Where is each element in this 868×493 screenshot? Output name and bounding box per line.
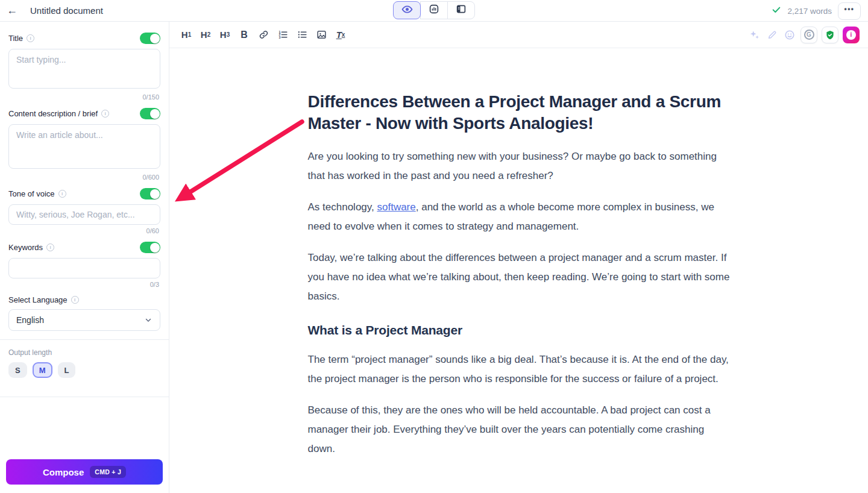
toolbar-right-group: G i — [748, 27, 860, 43]
topbar: ← Untitled document — [0, 0, 868, 22]
language-value: English — [16, 315, 44, 325]
smiley-icon[interactable] — [783, 28, 796, 42]
bullet-list-icon — [297, 30, 307, 40]
eye-icon — [401, 4, 413, 17]
output-length-m[interactable]: M — [33, 362, 52, 378]
paragraph[interactable]: Are you looking to try something new wit… — [308, 147, 730, 185]
heading2-button[interactable]: H2 — [198, 27, 213, 43]
editor-toolbar: H1 H2 H3 B 1 2 3 — [169, 22, 868, 48]
compose-shortcut-badge: CMD + J — [90, 466, 126, 478]
app-window: ← Untitled document — [0, 0, 868, 493]
plagiarism-check-button[interactable] — [822, 27, 838, 43]
paragraph[interactable]: Today, we’re talking about the differenc… — [308, 248, 730, 306]
info-icon[interactable]: i — [101, 110, 109, 118]
view-mode-preview[interactable] — [393, 1, 421, 19]
section-heading[interactable]: What is a Project Manager — [308, 323, 730, 338]
paragraph[interactable]: As technology, software, and the world a… — [308, 198, 730, 236]
view-mode-stats[interactable] — [420, 1, 448, 19]
pencil-icon[interactable] — [766, 28, 779, 42]
saved-check-icon — [772, 5, 781, 17]
grammarly-icon: G — [804, 30, 814, 40]
compose-sidebar: Title i 0/150 Content description / brie… — [0, 22, 169, 493]
info-icon[interactable]: i — [27, 34, 34, 42]
language-select[interactable]: English — [8, 309, 160, 331]
document-content: Differences Between a Project Manager an… — [308, 48, 730, 458]
insert-image-button[interactable] — [313, 27, 329, 43]
software-link[interactable]: software — [377, 201, 415, 213]
keywords-input[interactable] — [8, 258, 160, 278]
brief-label: Content description / brief — [8, 109, 98, 118]
brief-toggle[interactable] — [140, 108, 160, 119]
link-button[interactable] — [256, 27, 271, 43]
ellipsis-icon: ••• — [844, 5, 854, 13]
info-icon[interactable]: i — [58, 190, 66, 198]
info-icon: i — [846, 30, 856, 40]
keywords-label: Keywords — [8, 243, 43, 252]
image-icon — [316, 30, 327, 40]
divider — [0, 397, 169, 397]
info-button[interactable]: i — [843, 27, 860, 43]
tone-field-header: Tone of voice i — [8, 188, 160, 199]
bold-button[interactable]: B — [236, 27, 252, 43]
heading1-button[interactable]: H1 — [178, 27, 194, 43]
clear-formatting-button[interactable]: Tx — [333, 27, 348, 43]
stats-view-icon — [429, 4, 439, 17]
ordered-list-icon: 1 2 3 — [278, 30, 288, 40]
title-input[interactable] — [8, 49, 160, 89]
tone-input[interactable] — [8, 204, 160, 225]
chevron-down-icon — [144, 316, 153, 324]
brief-counter: 0/600 — [8, 174, 159, 181]
keywords-counter: 0/3 — [8, 281, 159, 288]
compose-button[interactable]: Compose CMD + J — [6, 459, 163, 485]
keywords-field-header: Keywords i — [8, 242, 160, 253]
word-count: 2,217 words — [787, 7, 832, 16]
title-label: Title — [8, 34, 23, 43]
heading3-button[interactable]: H3 — [217, 27, 233, 43]
sparkles-icon[interactable] — [748, 28, 761, 42]
document-title[interactable]: Untitled document — [30, 5, 103, 16]
compose-label: Compose — [43, 467, 84, 477]
back-button[interactable]: ← — [0, 4, 24, 17]
output-length-s[interactable]: S — [8, 362, 27, 378]
sidebar-view-icon — [456, 4, 467, 17]
topbar-right: 2,217 words ••• — [772, 0, 861, 22]
link-icon — [259, 30, 269, 40]
paragraph[interactable]: Because of this, they are the ones who w… — [308, 401, 730, 458]
document-heading[interactable]: Differences Between a Project Manager an… — [308, 91, 730, 134]
back-arrow-icon: ← — [7, 4, 17, 16]
output-length-label: Output length — [8, 348, 160, 357]
svg-text:3: 3 — [278, 36, 280, 39]
view-switcher — [393, 1, 475, 19]
title-field-header: Title i — [8, 33, 160, 44]
output-length-l[interactable]: L — [58, 362, 76, 378]
info-icon[interactable]: i — [46, 243, 54, 251]
view-mode-layout[interactable] — [447, 1, 475, 19]
tone-label: Tone of voice — [8, 189, 55, 198]
document-canvas[interactable]: Differences Between a Project Manager an… — [169, 48, 868, 493]
tone-counter: 0/60 — [8, 227, 159, 234]
title-counter: 0/150 — [8, 93, 159, 101]
tone-toggle[interactable] — [140, 188, 160, 199]
divider — [0, 339, 169, 340]
title-toggle[interactable] — [140, 33, 160, 44]
grammarly-button[interactable]: G — [800, 27, 817, 43]
keywords-toggle[interactable] — [140, 242, 160, 253]
shield-check-icon — [825, 30, 835, 40]
paragraph[interactable]: The term “project manager” sounds like a… — [308, 350, 730, 388]
more-menu-button[interactable]: ••• — [838, 2, 861, 20]
brief-input[interactable] — [8, 124, 160, 169]
editor-pane: H1 H2 H3 B 1 2 3 — [169, 22, 868, 493]
bullet-list-button[interactable] — [294, 27, 310, 43]
info-icon[interactable]: i — [71, 296, 79, 304]
brief-field-header: Content description / brief i — [8, 108, 160, 119]
output-length-options: S M L — [8, 362, 160, 388]
ordered-list-button[interactable]: 1 2 3 — [275, 27, 291, 43]
language-field-header: Select Language i — [8, 295, 160, 304]
language-label: Select Language — [8, 295, 68, 304]
